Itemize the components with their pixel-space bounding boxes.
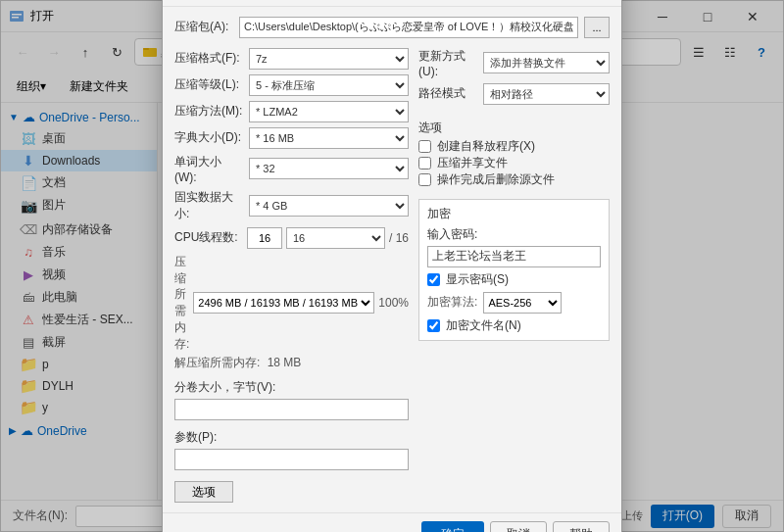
show-password-checkbox[interactable] xyxy=(427,273,440,286)
update-row: 更新方式(U): 添加并替换文件 xyxy=(418,48,610,78)
show-password-label: 显示密码(S) xyxy=(446,271,509,288)
unit-select[interactable]: * 32 xyxy=(249,158,409,179)
word-label: 字典大小(D): xyxy=(174,129,243,146)
modal-overlay: 添加到压缩包 ✕ 压缩包(A): ... 压缩格式(F): xyxy=(1,1,783,531)
create-sfx-label: 创建自释放程序(X) xyxy=(437,138,535,155)
modal-close-button[interactable]: ✕ xyxy=(586,0,613,5)
block-select[interactable]: * 4 GB xyxy=(249,195,409,217)
compress-share-label: 压缩并享文件 xyxy=(437,155,508,171)
path-row: 路径模式 相对路径 xyxy=(418,83,610,105)
params-section: 参数(P): xyxy=(174,429,409,470)
modal-body: 压缩包(A): ... 压缩格式(F): 7z xyxy=(163,7,621,513)
block-row: 固实数据大小: * 4 GB xyxy=(174,189,409,222)
password-input[interactable] xyxy=(427,246,601,267)
options-section: 选项 创建自释放程序(X) 压缩并享文件 操作完成后 xyxy=(418,116,610,188)
options-title: 选项 xyxy=(418,120,610,136)
delete-source-label: 操作完成后删除源文件 xyxy=(437,171,555,188)
mem-select[interactable]: 2496 MB / 16193 MB / 16193 MB xyxy=(193,292,374,314)
encrypt-section: 加密 输入密码: 显示密码(S) 加密算法: AES-256 xyxy=(418,199,610,341)
compress-share-checkbox[interactable] xyxy=(418,157,431,169)
cpu-input[interactable] xyxy=(247,227,282,249)
options-btn-row: 选项 xyxy=(174,481,409,503)
main-window: 打开 ─ □ ✕ ← → ↑ ↻ 桌面 › e ⌄ ↻ ☰ ☷ ? 组织▾ 新建… xyxy=(0,0,784,532)
level-row: 压缩等级(L): 5 - 标准压缩 xyxy=(174,74,409,96)
method-select[interactable]: * LZMA2 xyxy=(249,101,409,122)
format-label: 压缩格式(F): xyxy=(174,50,243,67)
cpu-label: CPU线程数: xyxy=(174,229,243,246)
decomp-label: 解压缩所需内存: xyxy=(174,356,260,369)
delete-source-checkbox[interactable] xyxy=(418,173,431,186)
ok-button[interactable]: 确定 xyxy=(421,521,484,532)
encrypt-filename-label: 加密文件名(N) xyxy=(446,317,521,334)
format-select[interactable]: 7z xyxy=(249,48,409,70)
params-input[interactable] xyxy=(174,449,409,470)
level-label: 压缩等级(L): xyxy=(174,76,243,93)
method-row: 压缩方法(M): * LZMA2 xyxy=(174,101,409,122)
path-label: 路径模式 xyxy=(418,85,477,102)
decomp-value: 18 MB xyxy=(268,356,302,369)
password-label: 输入密码: xyxy=(427,226,601,243)
left-column: 压缩格式(F): 7z 压缩等级(L): 5 - 标准压缩 xyxy=(174,48,409,504)
cpu-row: CPU线程数: 16 / 16 xyxy=(174,227,409,249)
unit-row: 单词大小(W): * 32 xyxy=(174,154,409,184)
archive-path-row: 压缩包(A): ... xyxy=(174,17,610,38)
compress-share-row: 压缩并享文件 xyxy=(418,155,610,171)
modal-title-bar: 添加到压缩包 ✕ xyxy=(163,0,621,7)
delete-source-row: 操作完成后删除源文件 xyxy=(418,171,610,188)
word-row: 字典大小(D): * 16 MB xyxy=(174,127,409,149)
split-label: 分卷大小，字节(V): xyxy=(174,379,409,396)
encrypt-title: 加密 xyxy=(427,206,601,222)
cpu-max: / 16 xyxy=(389,231,409,245)
mem-label: 压缩所需内存: xyxy=(174,254,189,353)
block-label: 固实数据大小: xyxy=(174,189,243,222)
path-select[interactable]: 相对路径 xyxy=(483,83,610,105)
encrypt-filename-checkbox[interactable] xyxy=(427,319,440,332)
unit-label: 单词大小(W): xyxy=(174,154,243,184)
modal-cancel-button[interactable]: 取消 xyxy=(490,521,547,532)
right-column: 更新方式(U): 添加并替换文件 路径模式 相对路径 xyxy=(418,48,610,504)
modal-help-button[interactable]: 帮助 xyxy=(553,521,610,532)
params-label: 参数(P): xyxy=(174,429,409,446)
split-section: 分卷大小，字节(V): xyxy=(174,379,409,420)
compress-dialog: 添加到压缩包 ✕ 压缩包(A): ... 压缩格式(F): xyxy=(162,0,622,532)
format-row: 压缩格式(F): 7z xyxy=(174,48,409,70)
level-select[interactable]: 5 - 标准压缩 xyxy=(249,74,409,96)
options-button[interactable]: 选项 xyxy=(174,481,233,503)
split-input[interactable] xyxy=(174,399,409,420)
archive-browse-button[interactable]: ... xyxy=(584,17,610,38)
algo-select[interactable]: AES-256 xyxy=(483,292,562,314)
archive-label: 压缩包(A): xyxy=(174,19,233,35)
archive-path-input[interactable] xyxy=(239,17,578,38)
algo-row: 加密算法: AES-256 xyxy=(427,292,601,314)
encrypt-filename-row: 加密文件名(N) xyxy=(427,317,601,334)
update-label: 更新方式(U): xyxy=(418,48,477,78)
cpu-dropdown[interactable]: 16 xyxy=(286,227,385,249)
settings-columns: 压缩格式(F): 7z 压缩等级(L): 5 - 标准压缩 xyxy=(174,48,610,504)
word-select[interactable]: * 16 MB xyxy=(249,127,409,149)
algo-label: 加密算法: xyxy=(427,294,477,311)
mem-pct: 100% xyxy=(378,295,409,312)
update-select[interactable]: 添加并替换文件 xyxy=(483,52,610,73)
create-sfx-checkbox[interactable] xyxy=(418,140,431,153)
modal-footer: 确定 取消 帮助 xyxy=(163,512,621,532)
show-password-row: 显示密码(S) xyxy=(427,271,601,288)
create-sfx-row: 创建自释放程序(X) xyxy=(418,138,610,155)
mem-row: 压缩所需内存: 2496 MB / 16193 MB / 16193 MB 10… xyxy=(174,254,409,371)
method-label: 压缩方法(M): xyxy=(174,103,243,120)
